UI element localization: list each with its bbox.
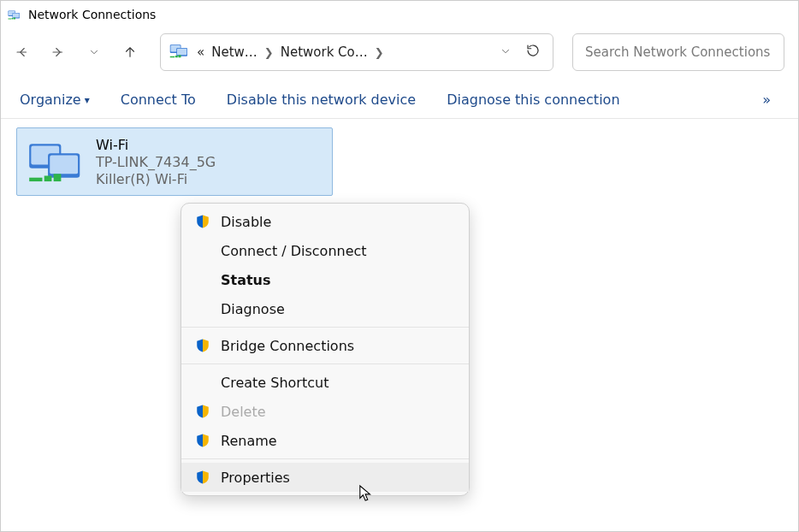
organize-menu[interactable]: Organize ▾ bbox=[20, 92, 90, 108]
chevron-right-icon: ❯ bbox=[264, 46, 274, 59]
menu-item-connect[interactable]: Connect / Disconnect bbox=[181, 236, 469, 265]
menu-item-disable[interactable]: Disable bbox=[181, 207, 469, 236]
menu-item-diagnose[interactable]: Diagnose bbox=[181, 294, 469, 323]
shield-icon bbox=[195, 470, 210, 485]
menu-separator bbox=[181, 364, 469, 364]
diagnose-button[interactable]: Diagnose this connection bbox=[447, 92, 619, 108]
search-input[interactable] bbox=[583, 44, 773, 61]
menu-separator bbox=[181, 327, 469, 328]
address-bar[interactable]: « Netw… ❯ Network Co… ❯ bbox=[160, 33, 553, 71]
disable-device-button[interactable]: Disable this network device bbox=[227, 92, 416, 108]
forward-button[interactable] bbox=[50, 44, 66, 60]
window-title: Network Connections bbox=[28, 8, 156, 21]
connect-to-button[interactable]: Connect To bbox=[121, 92, 196, 108]
shield-icon bbox=[195, 433, 210, 448]
menu-item-status[interactable]: Status bbox=[181, 265, 469, 294]
up-button[interactable] bbox=[122, 44, 138, 60]
shield-icon bbox=[195, 338, 210, 353]
adapter-name: Wi-Fi bbox=[96, 137, 216, 154]
context-menu: Disable Connect / Disconnect Status Diag… bbox=[181, 203, 470, 496]
nav-buttons bbox=[15, 44, 138, 60]
breadcrumb-item[interactable]: Netw… bbox=[211, 44, 257, 60]
adapter-labels: Wi-Fi TP-LINK_7434_5G Killer(R) Wi-Fi bbox=[96, 137, 216, 188]
command-bar: Organize ▾ Connect To Disable this netwo… bbox=[1, 83, 798, 119]
adapter-ssid: TP-LINK_7434_5G bbox=[96, 154, 216, 171]
chevron-down-icon: ▾ bbox=[85, 94, 90, 106]
adapter-item-wifi[interactable]: Wi-Fi TP-LINK_7434_5G Killer(R) Wi-Fi bbox=[16, 127, 333, 196]
refresh-button[interactable] bbox=[522, 43, 544, 62]
title-bar: Network Connections bbox=[1, 1, 798, 28]
back-button[interactable] bbox=[15, 44, 30, 60]
chevron-right-icon: ❯ bbox=[375, 46, 384, 59]
adapter-driver: Killer(R) Wi-Fi bbox=[96, 171, 216, 188]
shield-icon bbox=[195, 214, 210, 229]
address-icon bbox=[169, 43, 190, 62]
menu-item-rename[interactable]: Rename bbox=[181, 426, 469, 455]
menu-item-delete: Delete bbox=[181, 397, 469, 426]
menu-separator bbox=[181, 458, 469, 459]
menu-item-bridge[interactable]: Bridge Connections bbox=[181, 331, 469, 360]
app-icon bbox=[8, 8, 21, 21]
wifi-adapter-icon bbox=[27, 137, 87, 185]
breadcrumb-prefix: « bbox=[197, 44, 204, 60]
search-box[interactable] bbox=[572, 33, 784, 71]
overflow-button[interactable]: » bbox=[762, 92, 779, 108]
menu-item-shortcut[interactable]: Create Shortcut bbox=[181, 368, 469, 397]
address-dropdown[interactable] bbox=[496, 44, 515, 61]
recent-dropdown[interactable] bbox=[86, 44, 102, 60]
shield-icon bbox=[195, 404, 210, 419]
menu-item-properties[interactable]: Properties bbox=[181, 463, 469, 492]
navigation-row: « Netw… ❯ Network Co… ❯ bbox=[1, 28, 798, 83]
breadcrumb-item[interactable]: Network Co… bbox=[281, 44, 368, 60]
breadcrumbs: « Netw… ❯ Network Co… ❯ bbox=[197, 44, 489, 60]
